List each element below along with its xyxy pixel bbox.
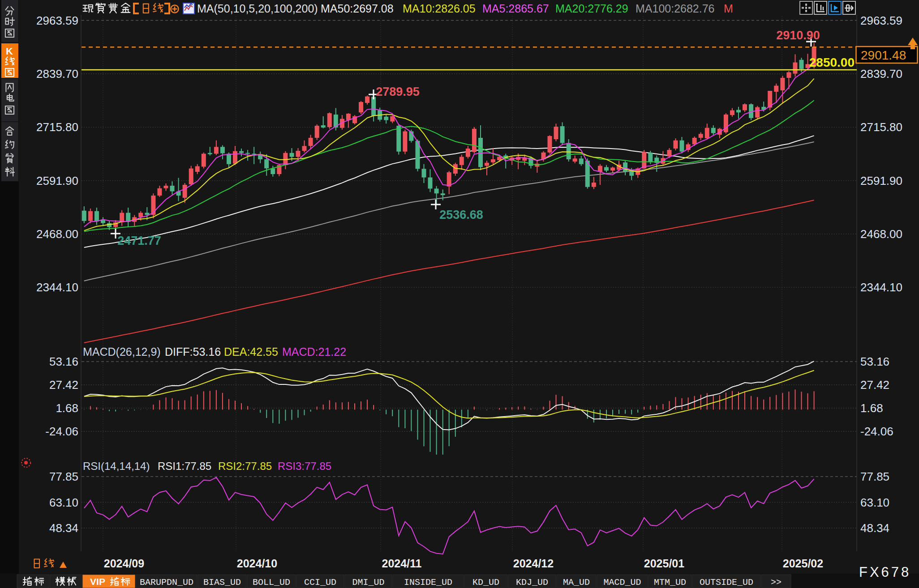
svg-text:RSI1:77.85: RSI1:77.85 [158,460,211,472]
svg-text:KDJ_UD: KDJ_UD [516,577,548,588]
svg-text:2024/12: 2024/12 [513,557,554,570]
svg-text:KD_UD: KD_UD [472,577,499,588]
svg-text:2024/10: 2024/10 [237,557,277,570]
svg-text:M: M [724,2,733,15]
svg-text:BARUPDN_UD: BARUPDN_UD [140,577,193,588]
svg-text:77.85: 77.85 [49,470,78,483]
svg-text:2963.59: 2963.59 [36,14,78,27]
svg-text:2789.95: 2789.95 [376,85,420,98]
svg-text:63.10: 63.10 [860,496,889,509]
svg-text:MA100:2682.76: MA100:2682.76 [636,2,715,15]
svg-text:2468.00: 2468.00 [860,227,902,241]
svg-text:2591.90: 2591.90 [860,174,902,187]
svg-text:2850.00: 2850.00 [809,55,855,69]
svg-text:2471.77: 2471.77 [117,234,161,247]
svg-text:1.68: 1.68 [56,401,78,415]
svg-text:2910.90: 2910.90 [776,29,820,42]
svg-text:2715.80: 2715.80 [36,120,78,134]
svg-text:MA(50,10,5,20,100,200): MA(50,10,5,20,100,200) [197,2,318,15]
svg-text:2536.68: 2536.68 [439,208,483,222]
svg-text:63.10: 63.10 [49,496,78,509]
svg-text:53.16: 53.16 [49,355,78,368]
svg-text:MACD:21.22: MACD:21.22 [282,345,346,358]
svg-text:2468.00: 2468.00 [36,227,78,241]
svg-text:2839.70: 2839.70 [36,67,78,81]
svg-text:MA20:2776.29: MA20:2776.29 [555,2,628,15]
svg-text:48.34: 48.34 [49,521,78,535]
svg-text:VIP: VIP [90,576,105,587]
svg-text:2839.70: 2839.70 [860,67,902,81]
svg-text:MA50:2697.08: MA50:2697.08 [321,2,394,15]
svg-text:K: K [6,46,13,57]
svg-text:27.42: 27.42 [860,378,889,392]
svg-text:77.85: 77.85 [860,470,889,483]
svg-text:2344.10: 2344.10 [860,281,902,294]
svg-text:CCI_UD: CCI_UD [304,577,336,588]
svg-text:FX678: FX678 [859,564,911,580]
svg-text:RSI3:77.85: RSI3:77.85 [278,460,331,472]
svg-text:MACD(26,12,9): MACD(26,12,9) [83,345,161,358]
svg-text:2963.59: 2963.59 [860,14,902,27]
svg-text:INSIDE_UD: INSIDE_UD [404,577,452,588]
svg-text:2024/11: 2024/11 [382,557,422,570]
svg-text:>>: >> [771,577,782,588]
svg-text:27.42: 27.42 [49,378,78,392]
svg-text:48.34: 48.34 [860,521,889,535]
svg-text:RSI(14,14,14): RSI(14,14,14) [83,460,150,472]
svg-text:DEA:42.55: DEA:42.55 [224,345,278,358]
svg-text:2025/02: 2025/02 [783,557,823,570]
svg-text:MTM_UD: MTM_UD [654,577,686,588]
svg-text:-24.06: -24.06 [45,425,78,438]
svg-text:MA_UD: MA_UD [563,577,590,588]
svg-text:DIFF:53.16: DIFF:53.16 [165,345,221,358]
svg-text:53.16: 53.16 [860,355,889,368]
svg-text:OUTSIDE_UD: OUTSIDE_UD [700,577,753,588]
svg-text:RSI2:77.85: RSI2:77.85 [218,460,272,472]
svg-text:2024/09: 2024/09 [104,557,144,570]
svg-text:MA5:2865.67: MA5:2865.67 [482,2,549,15]
svg-text:2344.10: 2344.10 [36,281,78,294]
svg-text:2591.90: 2591.90 [36,174,78,187]
svg-text:DMI_UD: DMI_UD [352,577,384,588]
svg-text:BOLL_UD: BOLL_UD [253,577,290,588]
svg-text:1.68: 1.68 [860,401,883,415]
svg-text:2025/01: 2025/01 [644,557,684,570]
svg-text:MA10:2826.05: MA10:2826.05 [403,2,476,15]
svg-text:-24.06: -24.06 [860,425,893,438]
svg-text:MACD_UD: MACD_UD [603,577,641,588]
svg-text:2715.80: 2715.80 [860,120,902,134]
svg-text:BIAS_UD: BIAS_UD [203,577,241,588]
svg-text:2901.48: 2901.48 [861,48,906,62]
